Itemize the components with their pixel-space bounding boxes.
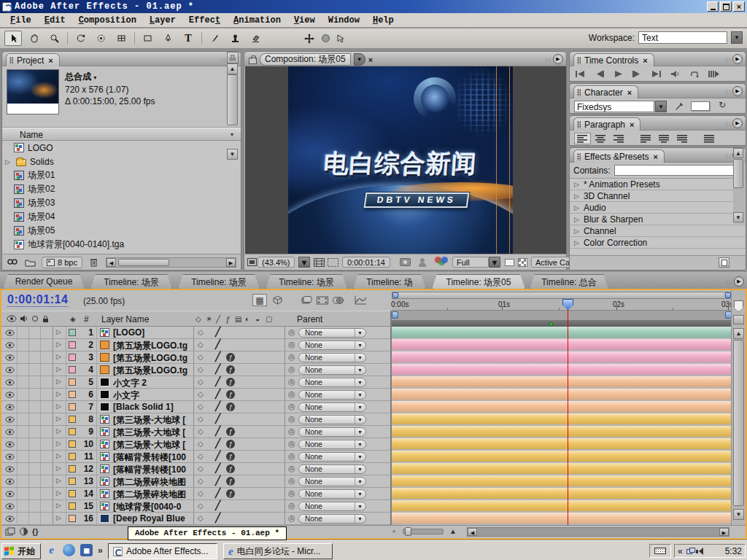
marker-bar[interactable] [392,321,732,327]
next-frame-button[interactable] [631,69,643,79]
tab-composition[interactable]: Composition: 场景05 [260,53,351,66]
parent-select[interactable]: None▼ [298,402,366,412]
video-toggle-icon[interactable] [5,441,15,448]
tab-time-controls[interactable]: Time Controls× [573,53,654,66]
font-family-select[interactable]: Fixedsys [574,101,654,112]
new-preset-icon[interactable] [719,257,729,268]
pen-tool[interactable] [159,31,177,46]
chevron-down-icon[interactable]: ▼ [355,391,365,399]
effects-category[interactable]: ▷* Animation Presets [570,179,746,190]
quality-toggle-icon[interactable]: ╱ [215,351,220,362]
composition-marker[interactable] [549,322,553,326]
quality-toggle-icon[interactable]: ╱ [215,413,220,424]
layer-duration-bar[interactable] [392,339,732,350]
effects-category[interactable]: ▷Color Correction [570,237,746,249]
chevron-down-icon[interactable]: ▼ [355,378,365,386]
quality-toggle-icon[interactable]: ╱ [215,327,220,337]
justify-all-button[interactable] [701,133,718,144]
effects-contains-input[interactable] [614,165,742,176]
close-icon[interactable]: × [48,56,53,65]
layer-row[interactable]: ▷8[第三场景-大地球 [◇╱◎None▼ [1,413,390,426]
frame-blend-switch-icon[interactable]: ▤ [235,315,241,323]
project-item[interactable]: 场景05 [2,224,241,238]
tab-timeline[interactable]: Timeline: 总合成 [530,274,608,289]
taskbar-task-button[interactable]: Adobe After Effects... [108,543,217,559]
shy-toggle-icon[interactable]: ◇ [198,514,204,522]
layer-label-chip[interactable] [69,329,76,336]
expander-icon[interactable]: ▷ [56,502,61,509]
zoom-in-icon[interactable]: ▲ [449,527,457,535]
selection-tool[interactable] [4,31,22,46]
expander-icon[interactable]: ▷ [56,415,61,422]
pickwhip-icon[interactable]: ◎ [288,377,295,386]
layer-row[interactable]: ▷16[Deep Royal Blue◇╱◎None▼ [1,513,390,525]
quality-toggle-icon[interactable]: ╱ [215,451,220,461]
layer-duration-bar[interactable] [392,413,732,424]
panel-menu-icon[interactable]: ▶ [732,118,743,128]
project-hscrollbar[interactable]: ◀ ▶ [106,257,236,268]
tab-effects-presets[interactable]: Effects &Presets× [573,149,665,163]
internet-explorer-icon[interactable]: e [45,544,58,556]
composition-timecode[interactable]: 0:00:01:14 [342,257,390,268]
start-button[interactable]: 开始 [1,543,41,559]
pickwhip-icon[interactable]: ◎ [288,489,295,498]
quality-toggle-icon[interactable]: ╱ [215,426,220,436]
menu-effect[interactable]: Effect [183,14,226,27]
shy-toggle-icon[interactable]: ◇ [198,378,204,386]
pickwhip-icon[interactable]: ◎ [288,365,295,374]
menu-view[interactable]: View [288,14,321,27]
video-toggle-icon[interactable] [5,392,15,398]
scroll-thumb[interactable] [118,259,169,266]
parent-select[interactable]: None▼ [298,464,366,474]
fill-color-swatch[interactable] [691,101,710,111]
show-snapshot-icon[interactable] [419,257,426,268]
zoom-slider-thumb[interactable] [405,527,411,536]
quality-switch-icon[interactable]: ╱ [216,315,220,323]
video-toggle-icon[interactable] [5,478,15,485]
effects-category[interactable]: ▷Channel [570,225,746,237]
layer-duration-bar[interactable] [392,513,732,524]
pickwhip-icon[interactable]: ◎ [288,513,295,523]
chevron-down-icon[interactable]: ▼ [355,366,365,374]
zoom-out-icon[interactable]: ▵ [392,527,395,534]
expander-icon[interactable]: ▷ [56,464,61,472]
parent-select[interactable]: None▼ [298,341,366,350]
justify-last-center-button[interactable] [656,133,673,144]
expander-icon[interactable]: ▷ [56,440,61,447]
layer-label-chip[interactable] [69,502,76,510]
layer-row[interactable]: ▷15[地球背景[0040-0◇╱◎None▼ [1,500,390,513]
pickwhip-icon[interactable]: ◎ [288,439,295,448]
3d-switch-icon[interactable]: ▢ [266,315,272,323]
shy-toggle-icon[interactable]: ◇ [198,415,204,423]
project-item[interactable]: LOGO [2,141,241,155]
layer-label-chip[interactable] [69,478,76,485]
chevron-down-icon[interactable]: ▼ [355,354,365,362]
effects-toggle-icon[interactable]: ƒ [226,390,235,399]
effects-category[interactable] [570,249,746,254]
comp-mini-flowchart-button[interactable]: ▦ [252,294,267,306]
shy-toggle-icon[interactable]: ◇ [198,489,204,497]
video-column-icon[interactable] [7,315,17,322]
layer-duration-bar[interactable] [392,488,732,499]
project-name-column-header[interactable]: Name ▾ [2,128,241,141]
menu-composition[interactable]: Composition [73,14,142,27]
eyedropper-icon[interactable] [675,101,684,111]
parent-select[interactable]: None▼ [298,328,366,338]
shy-layers-icon[interactable] [299,294,314,306]
layer-label-chip[interactable] [69,403,76,411]
tray-collapse-icon[interactable]: « [678,546,683,556]
tab-paragraph[interactable]: Paragraph× [573,117,640,131]
tab-timeline[interactable]: Render Queue [3,274,85,289]
expander-icon[interactable]: ▷ [574,192,579,200]
input-method-tray[interactable] [649,544,671,558]
layer-duration-bar[interactable] [392,401,732,412]
layer-duration-bar[interactable] [392,389,732,400]
motion-blur-icon[interactable] [331,294,346,306]
ram-preview-button[interactable] [707,69,719,79]
layer-name-column-header[interactable]: Layer Name [101,314,149,324]
label-column-icon[interactable]: ◈ [70,315,76,323]
quality-toggle-icon[interactable]: ╱ [215,463,220,473]
effects-toggle-icon[interactable]: ƒ [226,402,235,411]
lock-icon[interactable] [249,58,257,64]
layer-row[interactable]: ▷6小文字◇╱ƒ◎None▼ [1,389,390,401]
